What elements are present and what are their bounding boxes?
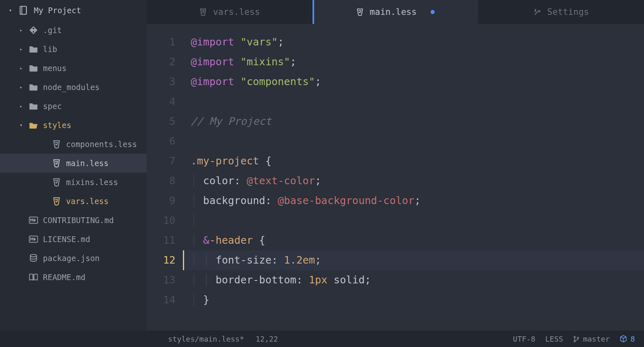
tab-label: main.less [370,7,417,17]
gutter: 1234567891011121314 [147,24,183,330]
tab-label: Settings [547,7,589,17]
gutter-line: 6 [147,131,175,151]
gutter-line: 2 [147,52,175,72]
tab-label: vars.less [213,7,260,17]
gutter-line: 3 [147,72,175,92]
gutter-line: 1 [147,32,175,52]
code-line[interactable]: │ [183,211,644,231]
tab[interactable]: Settings [478,0,644,24]
code-line[interactable]: .my-project { [183,151,644,171]
code-line[interactable] [183,131,644,151]
code-line[interactable]: │ &-header { [183,231,644,250]
code-line[interactable]: │ │ font-size: 1.2em; [183,250,644,270]
editor-pane: vars.lessmain.lessSettings 1234567891011… [147,0,644,330]
gutter-line: 10 [147,211,175,231]
gutter-line: 8 [147,171,175,191]
less-icon [199,8,207,16]
less-icon [356,8,364,16]
gutter-line: 9 [147,191,175,211]
tab[interactable]: vars.less [147,0,313,24]
code-area[interactable]: @import "vars";@import "mixins";@import … [183,24,644,330]
code-line[interactable]: │ color: @text-color; [183,171,644,191]
editor[interactable]: 1234567891011121314 @import "vars";@impo… [147,24,644,330]
gutter-line: 4 [147,92,175,112]
gutter-line: 12 [147,250,175,270]
code-line[interactable]: @import "mixins"; [183,52,644,72]
gutter-line: 11 [147,231,175,250]
dirty-indicator-icon [431,10,435,14]
code-line[interactable]: │ │ border-bottom: 1px solid; [183,270,644,290]
code-line[interactable]: // My Project [183,112,644,131]
gutter-line: 5 [147,112,175,131]
tab[interactable]: main.less [313,0,478,24]
gutter-line: 13 [147,270,175,290]
tab-bar: vars.lessmain.lessSettings [147,0,644,24]
settings-icon [533,8,542,16]
gutter-line: 7 [147,151,175,171]
code-line[interactable]: │ } [183,290,644,310]
gutter-line: 14 [147,290,175,310]
code-line[interactable]: @import "components"; [183,72,644,92]
code-line[interactable]: @import "vars"; [183,32,644,52]
code-line[interactable] [183,92,644,112]
code-line[interactable]: │ background: @base-background-color; [183,191,644,211]
